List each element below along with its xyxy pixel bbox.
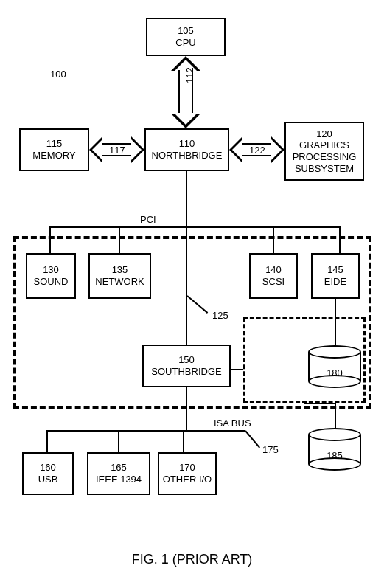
line-nb-to-pci	[186, 171, 187, 226]
arrow-112-label: 112	[184, 67, 195, 83]
diagram-canvas: 100 105 CPU 112 115 MEMORY 117 110 NORTH…	[0, 0, 384, 588]
block-memory-label: MEMORY	[32, 150, 75, 162]
block-ieee1394-ref: 165	[111, 462, 127, 474]
block-usb-label: USB	[38, 474, 58, 485]
block-cpu-ref: 105	[178, 25, 194, 37]
arrow-122-label: 122	[249, 145, 265, 156]
block-cpu-label: CPU	[175, 37, 195, 49]
line-sb-down	[186, 387, 187, 430]
pci-bus-line	[49, 226, 341, 228]
drop-ieee1394	[118, 430, 119, 452]
isa-bus-line	[46, 430, 245, 432]
block-usb: 160 USB	[22, 452, 74, 495]
block-eide-ref: 145	[327, 264, 343, 276]
block-cpu: 105 CPU	[146, 18, 226, 56]
block-sound-ref: 130	[43, 264, 59, 276]
disk-185: 185	[308, 428, 361, 471]
line-eide-to-180	[335, 299, 336, 347]
line-to-185	[335, 403, 336, 429]
block-scsi: 140 SCSI	[249, 253, 298, 299]
leader-175	[245, 430, 260, 448]
block-network-label: NETWORK	[95, 276, 144, 288]
block-ieee1394-label: IEEE 1394	[96, 474, 142, 485]
figure-caption: FIG. 1 (PRIOR ART)	[0, 552, 384, 567]
block-eide: 145 EIDE	[311, 253, 360, 299]
block-scsi-ref: 140	[265, 264, 282, 276]
block-northbridge: 110 NORTHBRIDGE	[144, 128, 229, 171]
block-memory-ref: 115	[46, 138, 63, 150]
diagram-ref-label: 100	[50, 69, 66, 80]
block-memory: 115 MEMORY	[19, 128, 89, 171]
block-eide-label: EIDE	[324, 276, 346, 288]
block-network: 135 NETWORK	[88, 253, 151, 299]
block-scsi-label: SCSI	[262, 276, 284, 288]
block-southbridge-ref: 150	[178, 354, 195, 366]
block-southbridge-label: SOUTHBRIDGE	[151, 366, 221, 378]
disk-185-label: 185	[308, 450, 361, 461]
block-otherio-label: OTHER I/O	[163, 474, 212, 485]
block-ieee1394: 165 IEEE 1394	[87, 452, 150, 495]
block-otherio-ref: 170	[179, 462, 195, 474]
drop-usb	[46, 430, 48, 452]
block-northbridge-label: NORTHBRIDGE	[152, 150, 223, 162]
block-southbridge: 150 SOUTHBRIDGE	[142, 345, 231, 387]
isa-ref-label: 175	[262, 444, 279, 455]
block-otherio: 170 OTHER I/O	[158, 452, 217, 495]
line-storage-bottom	[304, 403, 335, 404]
disk-180: 180	[308, 345, 361, 388]
block-graphics-ref: 120	[316, 128, 332, 140]
disk-180-label: 180	[308, 367, 361, 378]
block-northbridge-ref: 110	[179, 138, 195, 150]
block-graphics-label: GRAPHICS PROCESSING SUBSYSTEM	[286, 139, 363, 174]
arrow-117-label: 117	[109, 145, 125, 156]
block-sound-label: SOUND	[34, 276, 69, 288]
drop-otherio	[183, 430, 184, 452]
block-graphics: 120 GRAPHICS PROCESSING SUBSYSTEM	[284, 122, 364, 181]
line-sb-right-stub	[231, 369, 243, 370]
isa-bus-label: ISA BUS	[214, 418, 251, 429]
block-usb-ref: 160	[40, 462, 56, 474]
block-sound: 130 SOUND	[26, 253, 76, 299]
block-network-ref: 135	[112, 264, 128, 276]
pci-bus-label: PCI	[140, 214, 156, 225]
